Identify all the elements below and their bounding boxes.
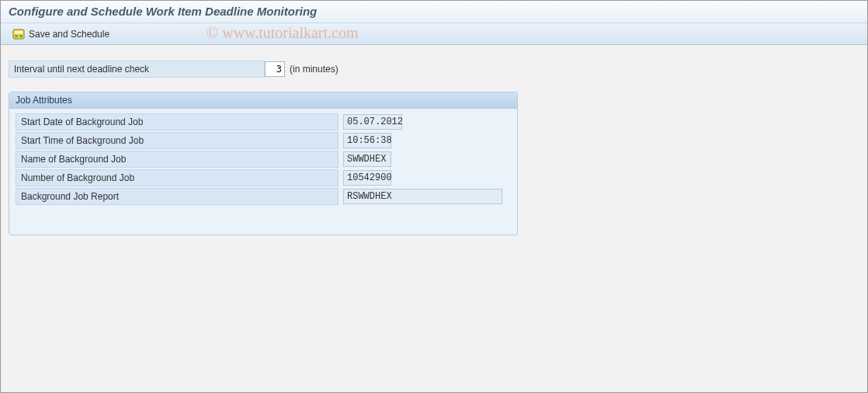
attr-row-job-number: Number of Background Job 10542900 [16,169,511,186]
page-title: Configure and Schedule Work Item Deadlin… [9,5,859,18]
job-attributes-body: Start Date of Background Job 05.07.2012 … [9,109,517,211]
application-toolbar: Save and Schedule [1,23,867,45]
job-schedule-icon [12,28,25,40]
attr-row-job-report: Background Job Report RSWWDHEX [16,188,511,205]
svg-rect-3 [19,35,23,37]
attr-label: Background Job Report [16,188,339,205]
attr-row-start-time: Start Time of Background Job 10:56:38 [16,132,511,149]
save-and-schedule-label: Save and Schedule [29,29,109,40]
attr-value-job-report: RSWWDHEX [343,189,502,204]
attr-value-job-name: SWWDHEX [343,151,391,167]
interval-label: Interval until next deadline check [9,61,265,78]
attr-label: Start Date of Background Job [16,113,339,130]
interval-row: Interval until next deadline check (in m… [9,61,859,78]
content-area: Interval until next deadline check (in m… [1,45,867,243]
attr-row-start-date: Start Date of Background Job 05.07.2012 [16,113,511,130]
interval-unit-hint: (in minutes) [290,64,339,75]
attr-label: Name of Background Job [16,151,339,168]
job-attributes-title: Job Attributes [9,92,517,109]
attr-value-start-time: 10:56:38 [343,133,391,148]
attr-label: Number of Background Job [16,169,339,186]
svg-rect-0 [13,30,24,39]
svg-rect-1 [15,31,23,33]
job-attributes-groupbox: Job Attributes Start Date of Background … [9,92,518,235]
attr-value-job-number: 10542900 [343,170,391,186]
attr-label: Start Time of Background Job [16,132,339,149]
interval-input[interactable] [265,61,285,77]
attr-row-job-name: Name of Background Job SWWDHEX [16,151,511,168]
title-bar: Configure and Schedule Work Item Deadlin… [1,1,867,23]
save-and-schedule-button[interactable]: Save and Schedule [7,26,115,43]
svg-rect-2 [15,35,18,37]
attr-value-start-date: 05.07.2012 [343,114,402,130]
